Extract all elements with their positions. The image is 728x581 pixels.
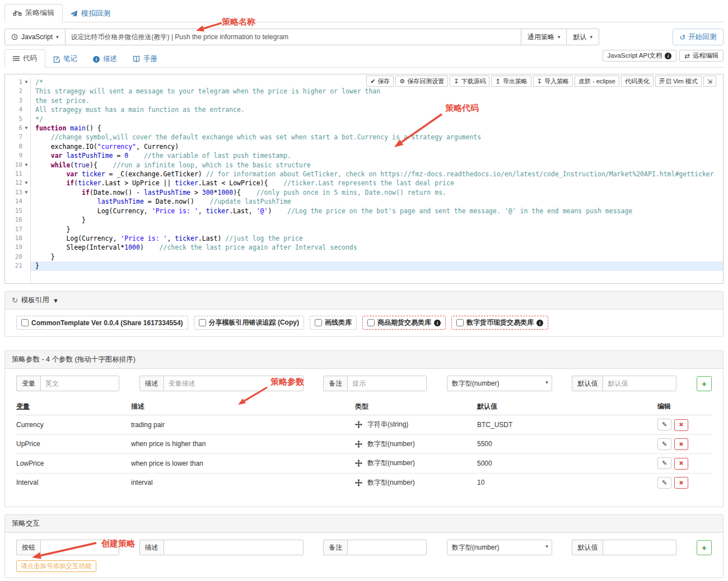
code-text: if(ticker.Last > UpPrice || ticker.Last … bbox=[31, 179, 723, 188]
add-interaction-button[interactable]: + bbox=[697, 540, 712, 555]
code-line[interactable]: 12▼ if(ticker.Last > UpPrice || ticker.L… bbox=[5, 179, 723, 188]
param-description: when price is lower than bbox=[131, 454, 355, 474]
interaction-type-select[interactable]: 数字型(number) bbox=[447, 540, 552, 555]
vim-mode-button[interactable]: 开启 Vim 模式 bbox=[655, 76, 702, 87]
template-checkbox-item[interactable]: 分享模板引用错误追踪 (Copy) bbox=[194, 316, 304, 330]
description-input[interactable] bbox=[164, 540, 304, 555]
edit-param-button[interactable]: ✎ bbox=[657, 419, 671, 430]
annotation-create-strategy: 创建策略 bbox=[101, 538, 135, 549]
template-checkbox-item[interactable]: 数字货币现货交易类库i bbox=[451, 316, 548, 330]
interaction-note-group: 备注 bbox=[323, 540, 427, 555]
code-line[interactable]: 5*/ bbox=[5, 115, 723, 124]
default-input[interactable] bbox=[603, 376, 676, 391]
tab-description[interactable]: i 描述 bbox=[85, 50, 125, 68]
line-number-gutter: 4 bbox=[5, 105, 31, 114]
template-checkbox[interactable] bbox=[21, 319, 29, 326]
code-line[interactable]: 21} bbox=[5, 261, 723, 270]
check-icon: ✔ bbox=[370, 78, 375, 85]
x-icon: ✖ bbox=[679, 441, 683, 447]
code-line[interactable]: 3the set price. bbox=[5, 96, 723, 105]
code-line[interactable]: 8 exchange.IO("currency", Currency) bbox=[5, 142, 723, 151]
column-header[interactable]: 变量 bbox=[16, 399, 131, 415]
template-checkbox-item[interactable]: 画线类库 bbox=[310, 316, 357, 330]
code-editor[interactable]: ✔保存 ⚙保存回测设置 ↧下载源码 ↥导出策略 ↧导入策略 皮肤 - eclip… bbox=[4, 74, 724, 284]
code-text: This stragegy will sent a message to you… bbox=[31, 87, 723, 96]
delete-param-button[interactable]: ✖ bbox=[674, 477, 688, 489]
move-icon[interactable] bbox=[355, 460, 362, 467]
fullscreen-button[interactable]: ⇲ bbox=[703, 76, 716, 87]
template-label: 数字货币现货交易类库 bbox=[466, 318, 534, 327]
import-strategy-button[interactable]: ↧导入策略 bbox=[533, 76, 573, 87]
note-input[interactable] bbox=[347, 376, 427, 391]
beautify-button[interactable]: 代码美化 bbox=[621, 76, 654, 87]
language-dropdown[interactable]: JavaScript ▾ bbox=[4, 29, 66, 45]
code-line[interactable]: 19 Sleep(Interval*1000) //check the last… bbox=[5, 243, 723, 252]
api-doc-button[interactable]: JavaScript API文档 i bbox=[603, 50, 677, 62]
template-panel-header[interactable]: ↻ 模板引用 ▼ bbox=[5, 292, 723, 310]
line-number-gutter: 2 bbox=[5, 87, 31, 96]
move-icon[interactable] bbox=[355, 441, 362, 448]
pencil-icon: ✎ bbox=[662, 441, 667, 447]
code-line[interactable]: 7 //change symbol,will cover the default… bbox=[5, 133, 723, 142]
tab-simulation-backtest[interactable]: 模拟回测 bbox=[63, 5, 118, 22]
code-line[interactable]: 14 lastPushTime = Date.now() //update la… bbox=[5, 197, 723, 206]
template-checkbox[interactable] bbox=[199, 319, 206, 326]
edit-param-button[interactable]: ✎ bbox=[657, 438, 671, 450]
delete-param-button[interactable]: ✖ bbox=[674, 458, 688, 470]
code-text: var lastPushTime = 0 //the variable of l… bbox=[31, 151, 723, 160]
fold-arrow-icon[interactable]: ▼ bbox=[22, 179, 30, 188]
skin-button[interactable]: 皮肤 - eclipse bbox=[575, 76, 619, 87]
remote-edit-button[interactable]: ⇄ 远程编辑 bbox=[679, 50, 724, 62]
edit-param-button[interactable]: ✎ bbox=[657, 477, 671, 489]
code-line[interactable]: 20 } bbox=[5, 252, 723, 261]
delete-param-button[interactable]: ✖ bbox=[674, 438, 688, 450]
note-input[interactable] bbox=[347, 540, 427, 555]
tab-strategy-edit[interactable]: 策略编辑 bbox=[4, 4, 63, 22]
line-number-gutter: 10▼ bbox=[5, 161, 31, 170]
tab-code[interactable]: 代码 bbox=[4, 49, 45, 68]
add-param-button[interactable]: + bbox=[697, 376, 712, 391]
start-backtest-button[interactable]: ↺ 开始回测 bbox=[673, 29, 724, 45]
group-dropdown[interactable]: 默认 ▾ bbox=[567, 29, 599, 45]
line-number: 8 bbox=[8, 142, 22, 151]
code-line[interactable]: 18 Log(Currency, 'Price is: ', ticker.La… bbox=[5, 234, 723, 243]
tab-note[interactable]: 笔记 bbox=[45, 50, 85, 68]
param-type-select[interactable]: 数字型(number) bbox=[447, 376, 552, 391]
code-line[interactable]: 16 } bbox=[5, 215, 723, 224]
fold-arrow-icon[interactable]: ▼ bbox=[22, 188, 30, 197]
template-checkbox[interactable] bbox=[367, 319, 375, 326]
template-checkbox[interactable] bbox=[456, 319, 464, 326]
code-line[interactable]: 15 Log(Currency, 'Price is: ', ticker.La… bbox=[5, 207, 723, 215]
template-checkbox[interactable] bbox=[315, 319, 322, 326]
move-icon[interactable] bbox=[355, 479, 362, 486]
code-line[interactable]: 6▼function main() { bbox=[5, 124, 723, 133]
save-backtest-settings-button[interactable]: ⚙保存回测设置 bbox=[395, 76, 448, 87]
code-line[interactable]: 4All stragegy must has a main function a… bbox=[5, 105, 723, 114]
tab-manual[interactable]: 手册 bbox=[125, 50, 165, 68]
code-line[interactable]: 2This stragegy will sent a message to yo… bbox=[5, 87, 723, 96]
category-dropdown[interactable]: 通用策略 ▾ bbox=[521, 29, 567, 45]
delete-param-button[interactable]: ✖ bbox=[674, 419, 688, 431]
export-strategy-button[interactable]: ↥导出策略 bbox=[491, 76, 531, 87]
fold-arrow-icon[interactable]: ▼ bbox=[22, 78, 30, 87]
code-line[interactable]: 9 var lastPushTime = 0 //the variable of… bbox=[5, 151, 723, 160]
move-icon[interactable] bbox=[355, 421, 362, 428]
template-checkbox-item[interactable]: 商品期货交易类库i bbox=[362, 316, 446, 330]
expand-icon: ⇲ bbox=[707, 78, 712, 85]
variable-input[interactable] bbox=[40, 376, 119, 391]
default-input[interactable] bbox=[603, 540, 676, 555]
fold-arrow-icon[interactable]: ▼ bbox=[22, 161, 30, 170]
strategy-name-input[interactable] bbox=[66, 29, 521, 45]
list-icon bbox=[13, 55, 20, 62]
template-checkbox-item[interactable]: CommonTemplate Ver 0.0.4 (Share 16173345… bbox=[16, 316, 188, 330]
code-line[interactable]: 10▼ while(true){ //run a infinite loop, … bbox=[5, 161, 723, 170]
code-line[interactable]: 17 } bbox=[5, 225, 723, 234]
code-line[interactable]: 13▼ if(Date.now() - lastPushTime > 300*1… bbox=[5, 188, 723, 197]
line-number-gutter: 20 bbox=[5, 252, 31, 261]
code-line[interactable]: 11 var ticker = _C(exchange.GetTicker) /… bbox=[5, 170, 723, 179]
edit-param-button[interactable]: ✎ bbox=[657, 457, 671, 469]
code-text: Sleep(Interval*1000) //check the last pr… bbox=[31, 243, 723, 252]
download-source-button[interactable]: ↧下载源码 bbox=[450, 76, 489, 87]
save-button[interactable]: ✔保存 bbox=[366, 76, 394, 87]
fold-arrow-icon[interactable]: ▼ bbox=[22, 124, 30, 133]
